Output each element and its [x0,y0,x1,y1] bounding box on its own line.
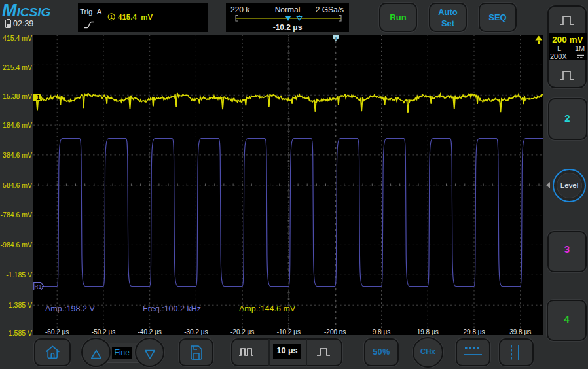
svg-text:-200 ns: -200 ns [324,328,346,336]
svg-text:Amp.:144.6 mV: Amp.:144.6 mV [239,304,296,313]
svg-text:-30.2 μs: -30.2 μs [184,328,208,336]
svg-text:1: 1 [110,14,113,20]
svg-text:Freq.:100.2 kHz: Freq.:100.2 kHz [143,304,201,313]
svg-text:9.8 μs: 9.8 μs [373,328,390,336]
svg-text:-50.2 μs: -50.2 μs [92,328,115,336]
svg-text:19.8 μs: 19.8 μs [417,328,439,336]
svg-text:-40.2 μs: -40.2 μs [138,328,162,336]
svg-text:T: T [334,35,337,41]
svg-text:R1: R1 [35,283,42,290]
svg-text:Amp.:198.2 V: Amp.:198.2 V [45,304,95,313]
svg-text:1: 1 [37,94,41,101]
svg-text:-60.2 μs: -60.2 μs [45,328,69,336]
svg-text:-20.2 μs: -20.2 μs [230,328,254,336]
svg-text:415.4 mV: 415.4 mV [118,13,153,21]
svg-text:-10.2 μs: -10.2 μs [277,328,301,336]
svg-text:39.8 μs: 39.8 μs [509,328,531,336]
svg-text:29.8 μs: 29.8 μs [463,328,485,336]
